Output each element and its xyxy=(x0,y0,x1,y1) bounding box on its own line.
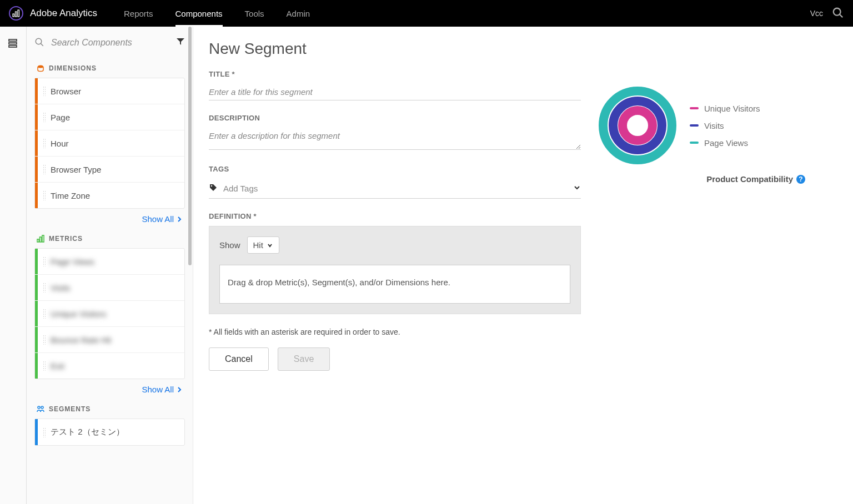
topbar: Adobe Analytics Reports Components Tools… xyxy=(0,0,853,27)
legend-swatch xyxy=(690,124,699,127)
dimensions-list: Browser Page Hour Browser Type Time Zone xyxy=(34,78,185,209)
svg-point-16 xyxy=(41,406,43,409)
svg-rect-13 xyxy=(40,237,42,242)
right-column: Unique Visitors Visits Page Views Prod xyxy=(599,70,810,371)
metrics-show-all: Show All xyxy=(37,385,183,394)
dimension-item[interactable]: Browser Type xyxy=(35,157,184,183)
svg-point-3 xyxy=(834,8,841,15)
metric-item[interactable]: Page Views xyxy=(35,249,184,275)
metrics-list: Page Views Visits Unique Visitors Bounce… xyxy=(34,248,185,379)
definition-dropzone[interactable]: Drag & drop Metric(s), Segment(s), and/o… xyxy=(219,265,570,304)
main: New Segment TITLE * DESCRIPTION TAGS xyxy=(193,27,853,504)
svg-point-20 xyxy=(623,110,653,140)
drag-handle-icon xyxy=(43,335,46,345)
nav-admin[interactable]: Admin xyxy=(287,0,310,27)
save-button[interactable]: Save xyxy=(278,347,330,371)
drag-handle-icon xyxy=(43,164,46,174)
svg-point-17 xyxy=(211,185,212,187)
dimension-item[interactable]: Hour xyxy=(35,130,184,157)
left-rail xyxy=(0,27,27,504)
page-title: New Segment xyxy=(209,40,853,58)
svg-rect-2 xyxy=(18,10,19,17)
metrics-label: METRICS xyxy=(49,235,83,243)
product-compatibility[interactable]: Product Compatibility ? xyxy=(706,174,805,184)
segments-header: SEGMENTS xyxy=(34,405,185,413)
search-row xyxy=(34,34,185,51)
drag-handle-icon xyxy=(43,283,46,293)
tags-label: TAGS xyxy=(209,165,581,173)
show-label: Show xyxy=(219,240,240,250)
drag-handle-icon xyxy=(43,138,46,148)
dimensions-show-all: Show All xyxy=(37,214,183,224)
description-label: DESCRIPTION xyxy=(209,114,581,122)
metric-item[interactable]: Exit xyxy=(35,353,184,379)
svg-rect-6 xyxy=(9,43,17,44)
legend-unique-visitors: Unique Visitors xyxy=(690,104,760,113)
nav-tools[interactable]: Tools xyxy=(245,0,264,27)
svg-point-8 xyxy=(36,38,42,44)
cancel-button[interactable]: Cancel xyxy=(209,347,269,371)
svg-point-15 xyxy=(38,406,40,409)
metric-item[interactable]: Unique Visitors xyxy=(35,301,184,327)
metric-item[interactable]: Bounce Rate Hit xyxy=(35,327,184,353)
drag-handle-icon xyxy=(43,190,46,200)
drag-handle-icon xyxy=(43,86,46,96)
legend-swatch xyxy=(690,107,699,109)
tag-icon xyxy=(209,183,218,194)
svg-rect-5 xyxy=(9,39,17,41)
search-input[interactable] xyxy=(49,34,172,51)
dimension-item[interactable]: Browser xyxy=(35,78,184,104)
drag-handle-icon xyxy=(43,309,46,319)
filter-icon[interactable] xyxy=(176,37,185,49)
segments-label: SEGMENTS xyxy=(49,405,91,413)
nav-reports[interactable]: Reports xyxy=(124,0,153,27)
segment-item[interactable]: テスト 2（セミン） xyxy=(35,419,184,445)
form-column: TITLE * DESCRIPTION TAGS Add Tags xyxy=(209,70,581,371)
chart-legend: Unique Visitors Visits Page Views xyxy=(690,104,760,148)
svg-line-4 xyxy=(840,14,843,17)
svg-rect-12 xyxy=(37,239,39,242)
description-input[interactable] xyxy=(209,128,581,150)
svg-point-11 xyxy=(38,65,43,68)
drag-handle-icon xyxy=(43,256,46,266)
chevron-down-icon xyxy=(573,184,581,193)
brand: Adobe Analytics xyxy=(9,6,97,21)
sidebar-scrollbar[interactable] xyxy=(187,27,193,504)
nav-components[interactable]: Components xyxy=(175,0,223,27)
dimensions-label: DIMENSIONS xyxy=(49,64,97,72)
definition-label: DEFINITION * xyxy=(209,212,581,220)
panel-toggle-icon[interactable] xyxy=(8,38,19,51)
dimension-item[interactable]: Page xyxy=(35,104,184,130)
title-input[interactable] xyxy=(209,84,581,100)
metrics-header: METRICS xyxy=(34,235,185,243)
show-all-link[interactable]: Show All xyxy=(142,385,183,394)
svg-rect-1 xyxy=(16,12,17,17)
tags-placeholder: Add Tags xyxy=(223,184,568,193)
tags-dropdown[interactable]: Add Tags xyxy=(209,179,581,199)
show-all-link[interactable]: Show All xyxy=(142,214,183,224)
help-icon: ? xyxy=(796,175,805,184)
show-select[interactable]: Hit xyxy=(247,236,279,254)
dimensions-header: DIMENSIONS xyxy=(34,64,185,72)
sidebar: DIMENSIONS Browser Page Hour Browser Typ… xyxy=(27,27,193,504)
brand-text: Adobe Analytics xyxy=(30,8,97,19)
title-label: TITLE * xyxy=(209,70,581,78)
dimension-item[interactable]: Time Zone xyxy=(35,183,184,208)
metric-item[interactable]: Visits xyxy=(35,275,184,301)
segment-chart xyxy=(599,87,676,164)
search-icon xyxy=(34,37,44,49)
brand-logo-icon xyxy=(9,6,23,21)
topbar-right: Vcc xyxy=(810,7,844,21)
svg-line-9 xyxy=(41,43,43,46)
svg-rect-0 xyxy=(13,14,14,17)
required-note: * All fields with an asterisk are requir… xyxy=(209,327,581,336)
user-name[interactable]: Vcc xyxy=(810,9,823,18)
drag-handle-icon xyxy=(43,361,46,371)
drag-handle-icon xyxy=(43,112,46,122)
legend-swatch xyxy=(690,142,699,144)
legend-visits: Visits xyxy=(690,121,760,130)
nav-items: Reports Components Tools Admin xyxy=(124,0,310,27)
drag-handle-icon xyxy=(43,427,46,437)
legend-page-views: Page Views xyxy=(690,138,760,148)
search-icon[interactable] xyxy=(832,7,844,21)
